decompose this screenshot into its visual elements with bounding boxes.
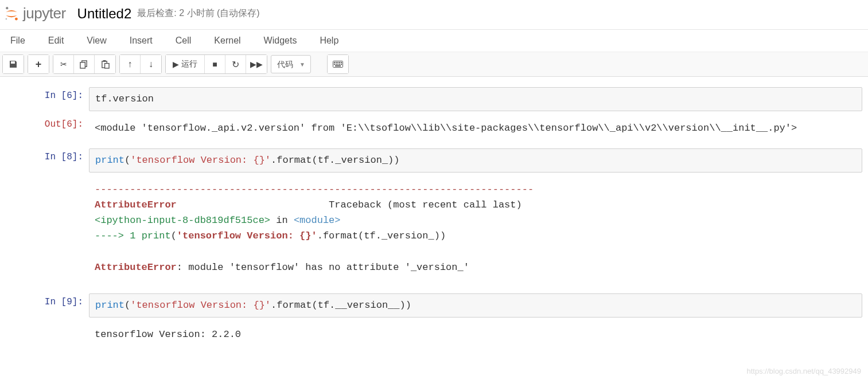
copy-icon — [80, 60, 88, 69]
menu-cell[interactable]: Cell — [176, 36, 192, 46]
notebook-container: In [6]: tf.version Out[6]: <module 'tens… — [0, 77, 868, 361]
svg-rect-12 — [339, 62, 340, 63]
code-input[interactable]: print('tensorflow Version: {}'.format(tf… — [89, 148, 862, 173]
cut-button[interactable]: ✂ — [53, 55, 74, 73]
restart-icon: ↻ — [232, 59, 239, 70]
code-cell[interactable]: In [9]: print('tensorflow Version: {}'.f… — [0, 293, 868, 318]
svg-rect-16 — [337, 64, 338, 65]
svg-rect-19 — [335, 65, 341, 66]
jupyter-brand-text: jupyter — [23, 5, 66, 22]
save-icon — [9, 60, 18, 69]
output-prompt: Out[6]: — [0, 116, 89, 138]
input-prompt: In [8]: — [0, 148, 89, 173]
input-prompt: In [6]: — [0, 87, 89, 111]
move-up-button[interactable]: ↑ — [120, 55, 141, 73]
svg-point-1 — [15, 17, 18, 20]
input-prompt: In [9]: — [0, 293, 89, 318]
output-cell: ----------------------------------------… — [0, 177, 868, 277]
notebook-header: jupyter Untitled2 最后检查: 2 小时前 (自动保存) — [0, 0, 868, 30]
output-prompt-empty — [0, 322, 89, 344]
menu-file[interactable]: File — [10, 36, 25, 46]
run-button[interactable]: ▶ 运行 — [166, 55, 205, 73]
toolbar: + ✂ ↑ ↓ ▶ 运行 ■ ↻ ▶▶ — [0, 52, 868, 77]
keyboard-icon — [333, 60, 343, 68]
code-input[interactable]: tf.version — [89, 87, 862, 111]
save-button[interactable] — [3, 55, 24, 73]
jupyter-logo[interactable]: jupyter — [3, 5, 66, 22]
fast-forward-icon: ▶▶ — [250, 60, 263, 69]
paste-icon — [101, 60, 110, 69]
output-prompt-empty — [0, 177, 89, 277]
svg-rect-15 — [336, 64, 337, 65]
menu-widgets[interactable]: Widgets — [264, 36, 297, 46]
restart-button[interactable]: ↻ — [225, 55, 246, 73]
jupyter-logo-icon — [3, 6, 20, 22]
svg-rect-6 — [103, 60, 106, 62]
code-cell[interactable]: In [8]: print('tensorflow Version: {}'.f… — [0, 148, 868, 173]
menu-help[interactable]: Help — [320, 36, 338, 46]
cell-type-select[interactable]: 代码 — [271, 55, 311, 73]
svg-point-2 — [6, 18, 7, 19]
svg-rect-4 — [80, 62, 85, 68]
command-palette-button[interactable] — [328, 55, 348, 73]
menu-bar: File Edit View Insert Cell Kernel Widget… — [0, 30, 868, 52]
checkpoint-status: 最后检查: 2 小时前 (自动保存) — [137, 7, 259, 19]
svg-rect-11 — [337, 62, 338, 63]
stop-icon: ■ — [212, 60, 217, 69]
cell-output-text: <module 'tensorflow._api.v2.version' fro… — [89, 116, 862, 138]
restart-run-all-button[interactable]: ▶▶ — [246, 55, 267, 73]
run-label: 运行 — [181, 59, 197, 69]
menu-kernel[interactable]: Kernel — [214, 36, 240, 46]
interrupt-button[interactable]: ■ — [205, 55, 225, 73]
svg-rect-9 — [334, 62, 335, 63]
svg-rect-17 — [339, 64, 340, 65]
copy-button[interactable] — [74, 55, 95, 73]
arrow-up-icon: ↑ — [128, 59, 133, 69]
cell-error-output: ----------------------------------------… — [89, 177, 862, 277]
output-cell: Out[6]: <module 'tensorflow._api.v2.vers… — [0, 116, 868, 138]
run-icon: ▶ — [173, 60, 179, 69]
svg-point-0 — [6, 7, 8, 9]
svg-rect-18 — [341, 64, 342, 65]
svg-rect-13 — [341, 62, 342, 63]
paste-button[interactable] — [95, 55, 115, 73]
output-cell: tensorflow Version: 2.2.0 — [0, 322, 868, 344]
cut-icon: ✂ — [60, 60, 67, 69]
cell-type-select-wrap: 代码 — [271, 55, 311, 73]
code-cell[interactable]: In [6]: tf.version — [0, 87, 868, 111]
code-input[interactable]: print('tensorflow Version: {}'.format(tf… — [89, 293, 862, 318]
svg-rect-7 — [104, 63, 109, 68]
move-down-button[interactable]: ↓ — [141, 55, 161, 73]
svg-rect-14 — [334, 64, 335, 65]
notebook-title[interactable]: Untitled2 — [77, 6, 132, 22]
menu-edit[interactable]: Edit — [48, 36, 64, 46]
menu-insert[interactable]: Insert — [130, 36, 153, 46]
plus-icon: + — [36, 58, 42, 70]
insert-cell-button[interactable]: + — [28, 55, 49, 73]
arrow-down-icon: ↓ — [149, 59, 153, 69]
menu-view[interactable]: View — [87, 36, 106, 46]
svg-rect-10 — [336, 62, 337, 63]
cell-output-text: tensorflow Version: 2.2.0 — [89, 322, 862, 344]
